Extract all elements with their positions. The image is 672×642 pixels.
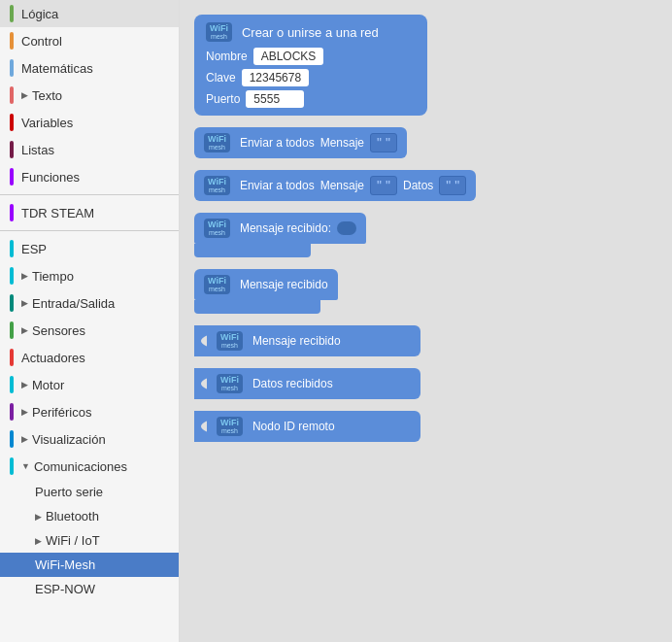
wifi-mesh-logo: WiFi mesh	[217, 374, 243, 393]
color-bar	[10, 168, 14, 186]
block-send-all: WiFi mesh Enviar a todos Mensaje " "	[194, 127, 657, 158]
color-bar	[10, 294, 14, 312]
mensaje-recibido-label: Mensaje recibido:	[240, 221, 331, 235]
enviar-todos-label: Enviar a todos	[240, 136, 315, 150]
arrow-icon: ▶	[21, 271, 28, 281]
color-bar	[10, 457, 14, 475]
sidebar-item-texto[interactable]: ▶ Texto	[0, 82, 179, 109]
block-remote-node-id: WiFi mesh Nodo ID remoto	[194, 411, 657, 442]
sidebar-item-label: Texto	[32, 88, 62, 103]
color-bar	[10, 59, 14, 77]
left-notch-icon	[194, 325, 208, 356]
sidebar-item-label: Motor	[32, 378, 64, 392]
wifi-mesh-logo: WiFi mesh	[217, 331, 243, 351]
sidebar-item-label: ESP	[21, 242, 47, 256]
clave-input[interactable]: 12345678	[242, 69, 309, 86]
nombre-label: Nombre	[206, 50, 248, 63]
sidebar-sub-item-wifi-mesh[interactable]: WiFi-Mesh	[0, 553, 179, 577]
sidebar-item-label: Comunicaciones	[34, 459, 127, 474]
sidebar-item-label: Lógica	[21, 7, 58, 21]
sidebar-item-variables[interactable]: Variables	[0, 109, 179, 136]
sidebar-item-label: Entrada/Salida	[32, 296, 115, 311]
sidebar-item-label: ESP-NOW	[35, 582, 95, 596]
sidebar-item-label: Variables	[21, 116, 73, 130]
sidebar-item-label: Sensores	[32, 323, 85, 338]
puerto-input[interactable]: 5555	[246, 90, 304, 108]
datos-label: Datos	[403, 179, 433, 192]
bool-output	[337, 221, 356, 235]
sidebar-item-esp[interactable]: ESP	[0, 235, 179, 262]
sidebar-item-actuadores[interactable]: Actuadores	[0, 344, 179, 371]
string-input[interactable]: " "	[370, 133, 397, 152]
color-bar	[10, 114, 14, 131]
block-send-all-data: WiFi mesh Enviar a todos Mensaje " " Dat…	[194, 170, 657, 201]
block-message-received-notch: WiFi mesh Mensaje recibido	[194, 325, 657, 356]
wifi-mesh-logo: WiFi mesh	[204, 133, 230, 152]
sidebar-item-label: WiFi / IoT	[46, 533, 100, 548]
block-data-received: WiFi mesh Datos recibidos	[194, 368, 657, 399]
string-input-1[interactable]: " "	[370, 176, 397, 195]
sidebar-item-label: Puerto serie	[35, 485, 103, 499]
sidebar-item-label: Bluetooth	[46, 509, 99, 524]
sidebar-item-sensores[interactable]: ▶ Sensores	[0, 317, 179, 344]
datos-recibidos-label: Datos recibidos	[252, 377, 333, 390]
mensaje-recibido-label2: Mensaje recibido	[240, 278, 328, 291]
sidebar-item-tdr-steam[interactable]: TDR STEAM	[0, 199, 179, 226]
block-title: Crear o unirse a una red	[242, 25, 379, 40]
sidebar-sub-item-puerto-serie[interactable]: Puerto serie	[0, 480, 179, 504]
color-bar	[10, 86, 14, 104]
wifi-logo-bottom: mesh	[211, 33, 227, 40]
sidebar-item-funciones[interactable]: Funciones	[0, 163, 179, 190]
wifi-mesh-logo: WiFi mesh	[217, 417, 243, 436]
sidebar-item-perifericos[interactable]: ▶ Periféricos	[0, 398, 179, 425]
color-bar	[10, 240, 14, 257]
sidebar: Lógica Control Matemáticas ▶ Texto Varia…	[0, 0, 180, 642]
sidebar-sub-item-bluetooth[interactable]: ▶ Bluetooth	[0, 504, 179, 528]
sidebar-item-label: Visualización	[32, 432, 106, 447]
sidebar-item-visualizacion[interactable]: ▶ Visualización	[0, 425, 179, 453]
color-bar	[10, 321, 14, 339]
wifi-logo-top: WiFi	[210, 24, 228, 33]
color-bar	[10, 403, 14, 421]
sidebar-item-matematicas[interactable]: Matemáticas	[0, 54, 179, 82]
sidebar-item-label: Listas	[21, 143, 54, 157]
wifi-mesh-logo: WiFi mesh	[204, 275, 230, 294]
color-bar	[10, 376, 14, 393]
string-input-2[interactable]: " "	[439, 176, 466, 195]
arrow-icon: ▶	[35, 536, 42, 546]
nodo-id-remoto-label: Nodo ID remoto	[252, 420, 335, 433]
sidebar-item-motor[interactable]: ▶ Motor	[0, 371, 179, 398]
sidebar-sub-item-wifi-iot[interactable]: ▶ WiFi / IoT	[0, 528, 179, 553]
block-bottom-ext	[194, 244, 311, 257]
sidebar-item-logica[interactable]: Lógica	[0, 0, 179, 27]
color-bar	[10, 267, 14, 285]
sidebar-item-listas[interactable]: Listas	[0, 136, 179, 163]
sidebar-item-label: Actuadores	[21, 351, 85, 365]
color-bar	[10, 32, 14, 50]
sidebar-item-label: Periféricos	[32, 405, 91, 420]
block-message-received-bool: WiFi mesh Mensaje recibido:	[194, 213, 657, 257]
block-create-network: WiFi mesh Crear o unirse a una red Nombr…	[194, 15, 657, 116]
arrow-icon: ▶	[21, 434, 28, 444]
color-bar	[10, 141, 14, 158]
sidebar-item-label: TDR STEAM	[21, 206, 94, 220]
sidebar-item-label: Tiempo	[32, 269, 74, 284]
sidebar-item-entrada-salida[interactable]: ▶ Entrada/Salida	[0, 289, 179, 317]
nombre-input[interactable]: ABLOCKS	[253, 48, 324, 65]
arrow-icon: ▶	[35, 512, 42, 522]
sidebar-item-label: Control	[21, 34, 62, 49]
sidebar-item-label: Funciones	[21, 170, 80, 185]
color-bar	[10, 430, 14, 448]
wifi-mesh-logo: WiFi mesh	[206, 22, 232, 42]
sidebar-item-tiempo[interactable]: ▶ Tiempo	[0, 262, 179, 289]
arrow-icon: ▶	[21, 380, 28, 389]
mensaje-label: Mensaje	[320, 136, 364, 150]
sidebar-item-control[interactable]: Control	[0, 27, 179, 54]
arrow-icon: ▶	[21, 90, 28, 100]
sidebar-item-comunicaciones[interactable]: ▼ Comunicaciones	[0, 453, 179, 480]
sidebar-item-label: Matemáticas	[21, 61, 93, 76]
sidebar-sub-item-esp-now[interactable]: ESP-NOW	[0, 577, 179, 601]
puerto-label: Puerto	[206, 92, 240, 106]
block-message-received: WiFi mesh Mensaje recibido	[194, 269, 657, 314]
color-bar	[10, 204, 14, 221]
